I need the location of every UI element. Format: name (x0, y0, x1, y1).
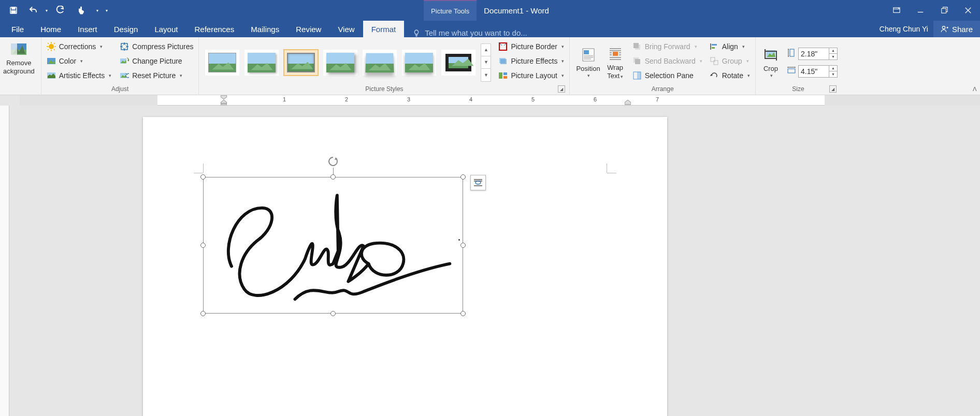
touch-mode-dropdown[interactable]: ▾ (94, 8, 100, 13)
crop-icon (762, 46, 780, 64)
width-input[interactable]: 4.15"▲▼ (798, 65, 838, 78)
picture-effects-button[interactable]: Picture Effects▾ (496, 54, 566, 68)
align-button[interactable]: Align▾ (708, 39, 752, 54)
touch-mode-button[interactable] (70, 1, 93, 20)
tab-review[interactable]: Review (287, 21, 329, 37)
corrections-button[interactable]: Corrections▾ (45, 39, 113, 54)
position-label: Position (576, 65, 600, 73)
left-indent-marker[interactable] (221, 100, 227, 105)
picture-styles-dialog-launcher[interactable]: ◢ (558, 85, 565, 93)
group-remove-background: Remove ackground (0, 37, 41, 95)
share-icon (941, 25, 949, 33)
resize-handle-br[interactable] (460, 311, 466, 316)
width-icon (787, 66, 796, 77)
remove-background-button[interactable]: Remove ackground (0, 39, 38, 76)
group-button[interactable]: Group▾ (708, 54, 752, 68)
redo-button[interactable] (51, 1, 69, 20)
group-arrange: Position▾ Wrap Text▾ Bring Forward▾ Send… (570, 37, 756, 95)
height-spinner[interactable]: ▲▼ (829, 48, 837, 60)
restore-button[interactable] (932, 0, 956, 21)
picture-layout-button[interactable]: Picture Layout▾ (496, 68, 566, 83)
width-down[interactable]: ▼ (829, 71, 837, 77)
tab-design[interactable]: Design (106, 21, 147, 37)
vertical-ruler[interactable] (0, 106, 9, 416)
horizontal-ruler[interactable]: 1 2 3 4 5 6 7 (20, 95, 980, 106)
undo-dropdown[interactable]: ▾ (44, 8, 50, 13)
picture-tools-context-tab[interactable]: Picture Tools (424, 0, 477, 21)
crop-label: Crop (763, 65, 778, 73)
resize-handle-tl[interactable] (200, 174, 206, 180)
color-button[interactable]: Color▾ (45, 54, 113, 68)
compress-pictures-button[interactable]: Compress Pictures (118, 39, 195, 54)
style-thumb-5[interactable] (363, 50, 397, 76)
selected-picture[interactable] (203, 177, 463, 314)
style-thumb-1[interactable] (205, 50, 239, 76)
resize-handle-r[interactable] (460, 243, 466, 248)
resize-handle-t[interactable] (330, 174, 336, 180)
change-picture-button[interactable]: Change Picture (118, 54, 195, 68)
svg-marker-69 (625, 100, 631, 105)
user-name[interactable]: Cheng Chun Yi (874, 25, 933, 33)
height-up[interactable]: ▲ (829, 48, 837, 54)
resize-handle-bl[interactable] (200, 311, 206, 316)
selection-pane-button[interactable]: Selection Pane (630, 68, 704, 83)
svg-rect-57 (712, 44, 717, 46)
gallery-scroll-up[interactable]: ▲ (481, 44, 491, 56)
document-page[interactable] (143, 117, 667, 416)
wrap-text-button[interactable]: Wrap Text▾ (603, 39, 627, 85)
minimize-button[interactable] (909, 0, 932, 21)
tab-references[interactable]: References (186, 21, 242, 37)
height-down[interactable]: ▼ (829, 54, 837, 60)
rotate-button[interactable]: Rotate▾ (708, 68, 752, 83)
ribbon-display-options-button[interactable] (885, 0, 909, 21)
share-button[interactable]: Share (933, 21, 980, 37)
gallery-more[interactable]: ▼ (481, 69, 491, 81)
layout-options-button[interactable] (470, 175, 486, 190)
gallery-scroll-down[interactable]: ▼ (481, 56, 491, 69)
style-thumb-2[interactable] (244, 50, 279, 76)
account-area: Cheng Chun Yi Share (874, 21, 980, 37)
resize-handle-tr[interactable] (460, 174, 466, 180)
collapse-ribbon-button[interactable]: ᐱ (973, 86, 977, 93)
first-line-indent-marker[interactable] (221, 95, 227, 99)
tab-home[interactable]: Home (32, 21, 69, 37)
tab-mailings[interactable]: Mailings (242, 21, 287, 37)
reset-picture-button[interactable]: Reset Picture▾ (118, 68, 195, 83)
svg-rect-58 (712, 47, 715, 49)
style-thumb-3[interactable] (284, 50, 318, 76)
resize-handle-l[interactable] (200, 243, 206, 248)
width-value: 4.15" (801, 67, 817, 76)
tab-insert[interactable]: Insert (69, 21, 106, 37)
tab-layout[interactable]: Layout (146, 21, 186, 37)
bring-forward-button[interactable]: Bring Forward▾ (630, 39, 704, 54)
svg-line-19 (54, 49, 55, 50)
crop-button[interactable]: Crop▾ (759, 39, 783, 85)
svg-line-20 (54, 43, 55, 44)
tell-me-search[interactable]: Tell me what you want to do... (412, 28, 527, 37)
undo-button[interactable] (24, 1, 42, 20)
save-button[interactable] (4, 1, 23, 20)
tab-file[interactable]: File (3, 21, 32, 37)
width-spinner[interactable]: ▲▼ (829, 66, 837, 77)
position-button[interactable]: Position▾ (573, 39, 603, 85)
close-button[interactable] (956, 0, 980, 21)
picture-border-icon (498, 42, 508, 51)
tab-format[interactable]: Format (363, 21, 405, 37)
rotation-handle[interactable] (327, 155, 339, 168)
tab-view[interactable]: View (329, 21, 363, 37)
artistic-effects-label: Artistic Effects (59, 71, 105, 80)
bring-forward-label: Bring Forward (645, 42, 690, 51)
style-thumb-6[interactable] (402, 50, 436, 76)
customize-qat-dropdown[interactable]: ▾ (102, 8, 112, 13)
style-thumb-4[interactable] (323, 50, 357, 76)
picture-border-button[interactable]: Picture Border▾ (496, 39, 566, 54)
style-thumb-7[interactable] (441, 50, 475, 76)
size-dialog-launcher[interactable]: ◢ (829, 85, 837, 93)
picture-styles-gallery[interactable]: ▲ ▼ ▼ (202, 39, 494, 85)
send-backward-button[interactable]: Send Backward▾ (630, 54, 704, 68)
width-up[interactable]: ▲ (829, 66, 837, 72)
height-input[interactable]: 2.18"▲▼ (798, 48, 838, 60)
artistic-effects-button[interactable]: Artistic Effects▾ (45, 68, 113, 83)
margin-corner-tl-h (194, 173, 203, 173)
right-indent-marker[interactable] (625, 100, 631, 105)
